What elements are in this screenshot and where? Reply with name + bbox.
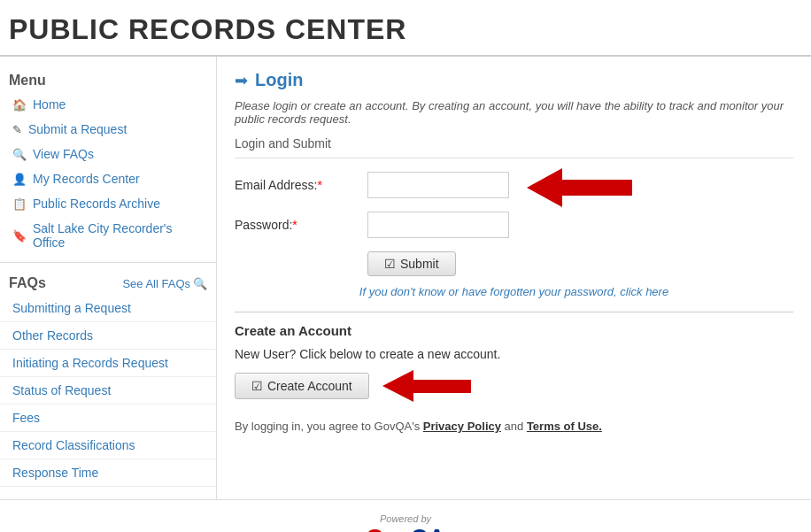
- login-heading: Login: [255, 70, 303, 90]
- submit-button[interactable]: ☑ Submit: [367, 251, 456, 276]
- faqs-title: FAQs: [9, 275, 46, 291]
- govqa-qa-text: QA: [411, 524, 445, 532]
- bookmark-icon: 🔖: [12, 229, 27, 243]
- create-account-button[interactable]: ☑ Create Account: [235, 373, 369, 399]
- create-account-arrow: [382, 370, 471, 402]
- see-all-label: See All FAQs: [122, 277, 190, 290]
- password-input[interactable]: [367, 212, 509, 238]
- faqs-header: FAQs See All FAQs 🔍: [0, 270, 216, 295]
- arrow-body-create: [413, 380, 471, 393]
- arrow-head-create: [382, 370, 413, 402]
- menu-title: Menu: [0, 66, 216, 92]
- sidebar-item-label-faqs: View FAQs: [33, 147, 94, 161]
- content-area: ➡ Login Please login or create an accoun…: [217, 57, 811, 499]
- user-icon: 👤: [12, 173, 27, 186]
- document-icon: 📋: [12, 197, 27, 211]
- login-description: Please login or create an account. By cr…: [235, 99, 792, 126]
- page-title: PUBLIC RECORDS CENTER: [9, 13, 802, 46]
- submit-check-icon: ☑: [384, 257, 396, 271]
- page-header: PUBLIC RECORDS CENTER: [0, 0, 811, 57]
- edit-icon: ✎: [12, 123, 22, 136]
- faq-item-record-classifications[interactable]: Record Classifications: [0, 432, 216, 459]
- faq-item-fees[interactable]: Fees: [0, 405, 216, 432]
- faq-item-other-records[interactable]: Other Records: [0, 322, 216, 350]
- main-layout: Menu 🏠 Home ✎ Submit a Request 🔍 View FA…: [0, 57, 811, 499]
- email-arrow: [527, 168, 632, 207]
- terms-text: By logging in, you agree to GovQA's Priv…: [235, 420, 793, 433]
- sidebar-item-public-archive[interactable]: 📋 Public Records Archive: [0, 191, 216, 216]
- sidebar-item-view-faqs[interactable]: 🔍 View FAQs: [0, 142, 216, 166]
- login-header: ➡ Login: [235, 70, 793, 90]
- arrow-head: [527, 168, 562, 207]
- terms-before: By logging in, you agree to GovQA's: [235, 420, 423, 433]
- email-label: Email Address:*: [235, 178, 367, 192]
- submit-label: Submit: [400, 257, 439, 271]
- email-input[interactable]: [367, 172, 509, 198]
- terms-and: and: [501, 420, 527, 433]
- terms-of-use-link[interactable]: Terms of Use.: [527, 420, 602, 433]
- login-icon: ➡: [235, 71, 248, 90]
- sidebar-item-my-records[interactable]: 👤 My Records Center: [0, 166, 216, 191]
- govqa-logo: Powered by GovQA: [366, 513, 445, 532]
- sidebar: Menu 🏠 Home ✎ Submit a Request 🔍 View FA…: [0, 57, 217, 499]
- password-required: *: [292, 218, 297, 232]
- sidebar-item-label-home: Home: [33, 97, 66, 112]
- faq-item-status[interactable]: Status of Request: [0, 377, 216, 405]
- sidebar-item-recorders-office[interactable]: 🔖 Salt Lake City Recorder's Office: [0, 216, 216, 255]
- faq-item-initiating[interactable]: Initiating a Records Request: [0, 350, 216, 377]
- password-label: Password:*: [235, 218, 367, 232]
- govqa-brand: GovQA: [366, 524, 445, 532]
- privacy-policy-link[interactable]: Privacy Policy: [423, 420, 501, 433]
- faq-item-response-time[interactable]: Response Time: [0, 459, 216, 487]
- search-icon: 🔍: [12, 148, 27, 161]
- login-submit-label: Login and Submit: [235, 136, 793, 158]
- create-account-title: Create an Account: [235, 323, 793, 338]
- email-row: Email Address:*: [235, 172, 793, 198]
- password-row: Password:*: [235, 212, 793, 238]
- arrow-body: [561, 180, 632, 196]
- sidebar-item-home[interactable]: 🏠 Home: [0, 92, 216, 117]
- sidebar-item-label-recorders: Salt Lake City Recorder's Office: [33, 221, 207, 250]
- create-account-section: Create an Account New User? Click below …: [235, 312, 793, 433]
- powered-by-text: Powered by: [380, 513, 431, 524]
- faq-item-submitting[interactable]: Submitting a Request: [0, 295, 216, 322]
- email-required: *: [317, 178, 321, 192]
- sidebar-item-label-submit: Submit a Request: [28, 122, 127, 136]
- create-account-label: Create Account: [267, 379, 352, 393]
- sidebar-divider: [0, 262, 216, 263]
- home-icon: 🏠: [12, 98, 27, 112]
- sidebar-item-label-archive: Public Records Archive: [33, 197, 160, 211]
- forgot-password-link[interactable]: If you don't know or have forgotten your…: [235, 285, 793, 298]
- create-account-row: ☑ Create Account: [235, 370, 793, 402]
- submit-row: ☑ Submit: [367, 251, 793, 276]
- govqa-gov-text: Gov: [366, 524, 411, 532]
- create-check-icon: ☑: [251, 379, 263, 393]
- see-all-faqs-link[interactable]: See All FAQs 🔍: [122, 277, 207, 290]
- new-user-text: New User? Click below to create a new ac…: [235, 347, 793, 361]
- search-small-icon: 🔍: [193, 277, 207, 290]
- sidebar-item-submit-request[interactable]: ✎ Submit a Request: [0, 117, 216, 142]
- page-footer: Powered by GovQA: [0, 499, 811, 532]
- sidebar-item-label-my-records: My Records Center: [33, 172, 140, 186]
